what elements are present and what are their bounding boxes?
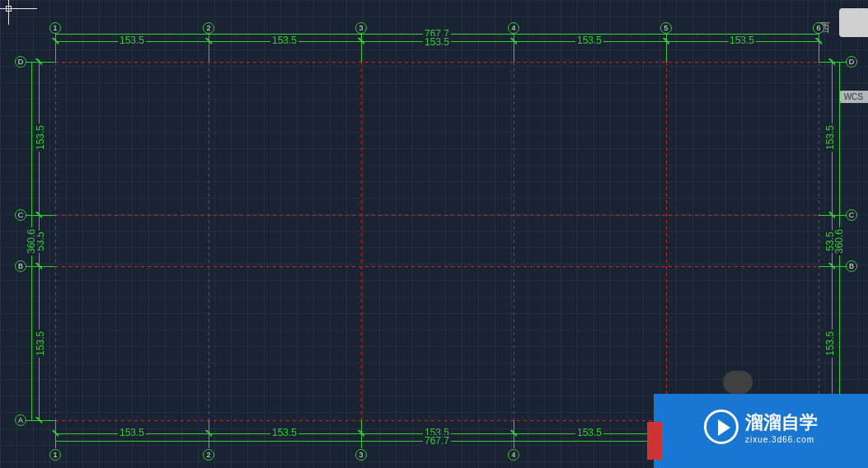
dim-ext-top [55,29,56,62]
grid-line-1[interactable] [55,62,56,420]
grid-line-5[interactable] [666,62,667,420]
dim-tick [205,38,212,44]
dim-tick [35,417,42,424]
grid-bubble-6[interactable]: 6 [813,22,824,34]
dim-tick [828,263,835,269]
dim-tick [510,38,517,44]
dim-tick [828,212,835,218]
cursor-crosshair [0,0,37,25]
grid-bubble-5[interactable]: 5 [660,22,672,34]
dim-bottom-span[interactable]: 153.5 [270,427,298,438]
dim-bottom-span[interactable]: 153.5 [118,427,146,438]
dim-top-span[interactable]: 153.5 [728,35,756,46]
dim-left-span[interactable]: 153.5 [35,124,46,152]
grid-bubble-B[interactable]: B [15,260,26,272]
watermark-brand: 溜溜自学 [745,410,818,435]
grid-line-D[interactable] [55,62,819,63]
dim-bottom-total[interactable]: 767.7 [423,435,451,447]
dim-tick [52,430,59,437]
grid-bubble-1b[interactable]: 1 [49,449,61,461]
grid-line-6[interactable] [819,62,819,420]
grid-bubble-1[interactable]: 1 [49,22,61,34]
dim-left-span[interactable]: 153.5 [35,330,46,358]
grid-bubble-2b[interactable]: 2 [203,449,214,461]
dim-left-total[interactable]: 360.6 [26,227,37,255]
grid-line-3[interactable] [361,62,362,420]
wcs-badge[interactable]: WCS [839,91,868,103]
dim-tick [828,58,835,65]
dim-right-total[interactable]: 360.6 [833,227,845,255]
dim-ext-top [361,29,362,62]
grid-line-4[interactable] [514,62,514,420]
play-icon [704,410,739,444]
dim-tick [358,38,364,44]
dim-top-span[interactable]: 153.5 [270,35,298,46]
watermark-banner: 溜溜自学 zixue.3d66.com [654,386,868,468]
dim-tick [815,38,822,44]
grid-line-B[interactable] [55,266,819,267]
dim-ext-top [819,29,819,62]
view-cube[interactable]: 西 [819,8,868,58]
grid-bubble-A[interactable]: A [15,414,26,426]
grid-bubble-Br[interactable]: B [846,260,857,272]
grid-bubble-2[interactable]: 2 [203,22,214,34]
dim-tick [358,430,364,437]
dim-tick [35,58,42,65]
dim-top-span[interactable]: 153.5 [423,36,451,48]
grid-line-2[interactable] [209,62,209,420]
dim-tick [35,212,42,218]
dim-top-span[interactable]: 153.5 [118,35,146,46]
dim-ext-top [514,29,514,62]
dim-tick [510,430,517,437]
dim-right-span[interactable]: 153.5 [824,124,836,152]
dim-ext-top [666,29,667,62]
grid-bubble-3[interactable]: 3 [355,22,367,34]
grid-line-C[interactable] [55,215,819,216]
dim-tick [663,38,669,44]
grid-bubble-Cr[interactable]: C [846,209,857,221]
dim-tick [205,430,212,437]
dim-right-span[interactable]: 153.5 [824,330,836,358]
dim-tick [35,263,42,269]
dim-ext-top [209,29,209,62]
grid-bubble-4b[interactable]: 4 [508,449,519,461]
grid-bubble-4[interactable]: 4 [508,22,519,34]
dim-tick [52,38,59,44]
grid-bubble-C[interactable]: C [15,209,26,221]
grid-bubble-Dr[interactable]: D [846,56,857,68]
watermark-url: zixue.3d66.com [745,435,814,444]
dim-top-span[interactable]: 153.5 [575,35,603,46]
dim-bottom-span[interactable]: 153.5 [575,427,603,438]
grid-bubble-D[interactable]: D [15,56,26,68]
grid-bubble-3b[interactable]: 3 [355,449,367,461]
